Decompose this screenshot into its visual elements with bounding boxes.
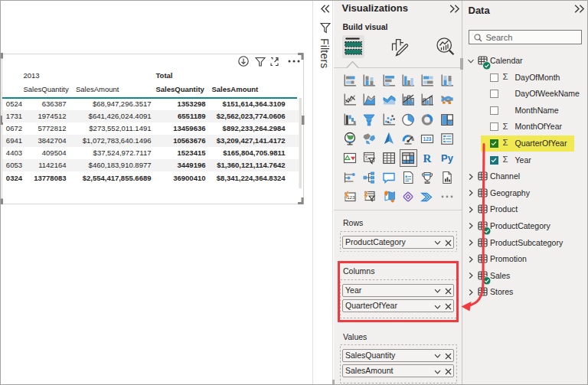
svg-text:123: 123 (423, 136, 432, 142)
svg-text:Py: Py (441, 152, 454, 164)
svg-text:R: R (423, 152, 432, 165)
